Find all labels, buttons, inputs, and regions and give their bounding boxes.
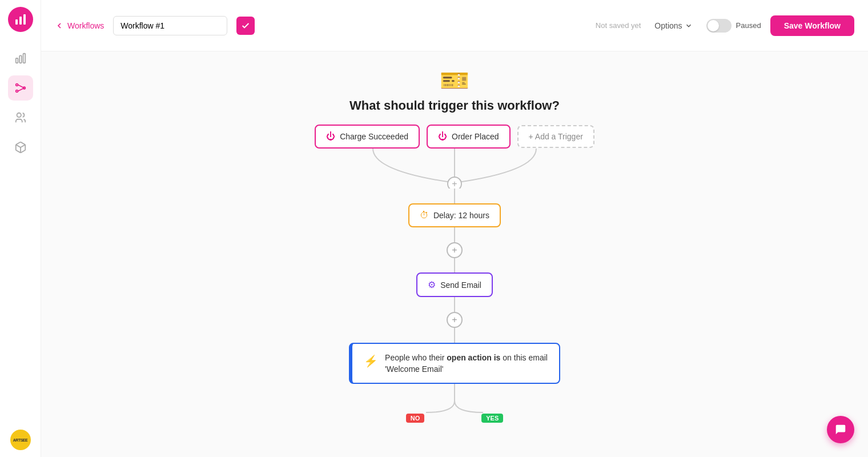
support-chat-button[interactable]: [827, 416, 854, 443]
save-workflow-button[interactable]: Save Workflow: [770, 15, 854, 36]
add-step-button-2[interactable]: +: [447, 312, 463, 328]
trigger-nodes-row: ⏻ Charge Succeeded ⏻ Order Placed + Add …: [315, 125, 594, 149]
trigger-node-charge[interactable]: ⏻ Charge Succeeded: [315, 125, 420, 149]
user-avatar[interactable]: ARTSEE: [10, 430, 31, 450]
trigger-connector-svg: +: [283, 149, 626, 189]
send-email-node[interactable]: ⚙ Send Email: [416, 272, 493, 297]
svg-rect-1: [19, 17, 22, 25]
svg-rect-4: [19, 55, 22, 63]
sidebar-item-users[interactable]: [8, 105, 33, 130]
workflow-canvas: 🎫 What should trigger this workflow? ⏻ C…: [41, 51, 868, 457]
condition-email-name: 'Welcome Email': [385, 364, 443, 374]
condition-bold: open action is: [447, 353, 500, 362]
trigger-order-label: Order Placed: [452, 132, 499, 141]
trigger-node-add[interactable]: + Add a Trigger: [517, 125, 594, 148]
sidebar-bottom: ARTSEE: [10, 430, 31, 450]
svg-line-9: [18, 85, 24, 89]
condition-text: People who their open action is on this …: [385, 353, 548, 374]
power-icon-charge: ⏻: [326, 131, 335, 142]
add-step-icon-2: +: [452, 315, 457, 325]
vline-3: [454, 258, 455, 273]
svg-line-10: [18, 88, 24, 91]
svg-point-7: [15, 90, 18, 93]
sidebar-item-products[interactable]: [8, 135, 33, 160]
gear-icon: ⚙: [428, 279, 436, 290]
svg-rect-2: [23, 14, 26, 25]
svg-point-11: [17, 113, 21, 117]
delay-node[interactable]: ⏱ Delay: 12 hours: [408, 203, 501, 227]
add-step-icon-1: +: [452, 245, 457, 255]
confirm-name-button[interactable]: [236, 17, 255, 35]
vline-4: [454, 297, 455, 312]
condition-text-before: People who their: [385, 353, 447, 362]
save-status: Not saved yet: [596, 21, 641, 30]
app-logo[interactable]: [8, 7, 33, 32]
paused-toggle[interactable]: [706, 19, 732, 33]
svg-rect-5: [23, 54, 25, 63]
toggle-knob: [708, 20, 719, 31]
options-button[interactable]: Options: [650, 18, 697, 34]
paused-toggle-container: Paused: [706, 19, 761, 33]
svg-text:+: +: [452, 179, 457, 189]
back-link[interactable]: Workflows: [55, 21, 104, 30]
add-step-button-1[interactable]: +: [447, 242, 463, 258]
sidebar-item-workflows[interactable]: [8, 75, 33, 101]
condition-icon: ⚡: [364, 354, 378, 368]
svg-point-6: [15, 84, 18, 86]
trigger-header: 🎫 What should trigger this workflow?: [349, 69, 560, 113]
send-email-label: Send Email: [440, 280, 481, 290]
sidebar-item-analytics[interactable]: [8, 46, 33, 71]
vline-2: [454, 227, 455, 242]
svg-rect-0: [15, 19, 18, 25]
sidebar: ARTSEE: [0, 0, 41, 457]
condition-text-after: on this email: [503, 353, 548, 362]
clock-icon: ⏱: [420, 210, 429, 221]
delay-label: Delay: 12 hours: [433, 211, 489, 220]
trigger-charge-label: Charge Succeeded: [340, 132, 408, 141]
vline-1: [454, 189, 455, 203]
back-label: Workflows: [67, 21, 104, 30]
trigger-emoji-icon: 🎫: [440, 69, 469, 93]
svg-rect-3: [15, 58, 18, 63]
vline-5: [454, 328, 455, 343]
trigger-title: What should trigger this workflow?: [349, 98, 560, 113]
toggle-label: Paused: [736, 21, 761, 30]
condition-branch-svg: [397, 384, 512, 418]
options-label: Options: [654, 21, 682, 30]
trigger-node-order[interactable]: ⏻ Order Placed: [427, 125, 510, 149]
header: Workflows Not saved yet Options Paused S…: [41, 0, 868, 51]
workflow-name-input[interactable]: [113, 16, 227, 35]
main-content: Workflows Not saved yet Options Paused S…: [41, 0, 868, 457]
condition-node[interactable]: ⚡ People who their open action is on thi…: [349, 343, 560, 384]
power-icon-order: ⏻: [438, 131, 447, 142]
avatar-text: ARTSEE: [13, 438, 27, 442]
add-trigger-label: + Add a Trigger: [529, 132, 583, 141]
